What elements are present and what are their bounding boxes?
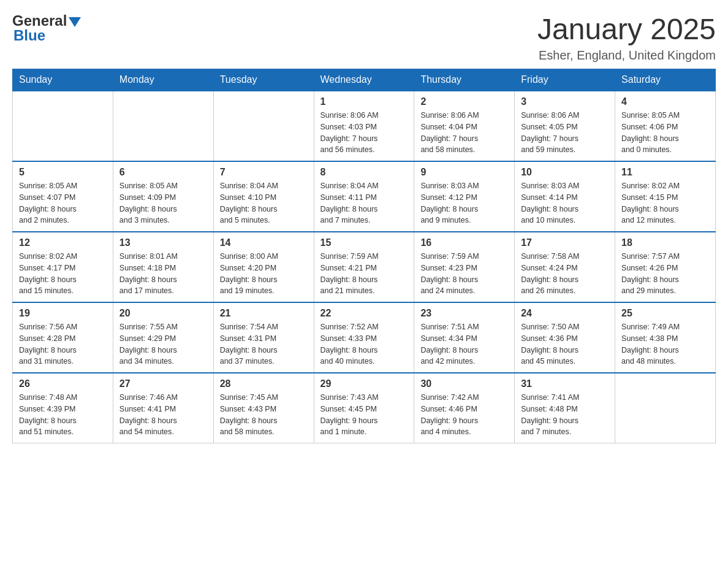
calendar-cell: 29Sunrise: 7:43 AM Sunset: 4:45 PM Dayli…	[314, 373, 414, 443]
month-title: January 2025	[537, 12, 716, 46]
calendar-cell: 24Sunrise: 7:50 AM Sunset: 4:36 PM Dayli…	[515, 302, 615, 373]
day-number: 28	[220, 378, 308, 389]
day-number: 27	[119, 378, 207, 389]
day-info: Sunrise: 7:54 AM Sunset: 4:31 PM Dayligh…	[220, 321, 308, 367]
day-number: 31	[521, 378, 609, 389]
day-info: Sunrise: 7:49 AM Sunset: 4:38 PM Dayligh…	[621, 321, 709, 367]
calendar-day-header: Sunday	[13, 69, 113, 91]
day-number: 1	[320, 96, 408, 107]
day-info: Sunrise: 7:42 AM Sunset: 4:46 PM Dayligh…	[420, 392, 508, 438]
day-info: Sunrise: 7:59 AM Sunset: 4:21 PM Dayligh…	[320, 251, 408, 297]
calendar-cell	[213, 91, 314, 161]
day-number: 20	[119, 308, 207, 319]
day-info: Sunrise: 8:02 AM Sunset: 4:17 PM Dayligh…	[19, 251, 107, 297]
day-info: Sunrise: 7:55 AM Sunset: 4:29 PM Dayligh…	[119, 321, 207, 367]
day-info: Sunrise: 7:58 AM Sunset: 4:24 PM Dayligh…	[521, 251, 609, 297]
day-info: Sunrise: 7:56 AM Sunset: 4:28 PM Dayligh…	[19, 321, 107, 367]
day-number: 3	[521, 96, 609, 107]
logo: General Blue	[12, 12, 81, 44]
day-number: 25	[621, 308, 709, 319]
day-number: 18	[621, 237, 709, 248]
day-number: 11	[621, 167, 709, 178]
calendar-day-header: Tuesday	[213, 69, 314, 91]
day-info: Sunrise: 8:04 AM Sunset: 4:11 PM Dayligh…	[320, 180, 408, 226]
day-info: Sunrise: 7:51 AM Sunset: 4:34 PM Dayligh…	[420, 321, 508, 367]
day-info: Sunrise: 8:01 AM Sunset: 4:18 PM Dayligh…	[119, 251, 207, 297]
calendar-cell: 12Sunrise: 8:02 AM Sunset: 4:17 PM Dayli…	[13, 232, 113, 302]
day-info: Sunrise: 7:43 AM Sunset: 4:45 PM Dayligh…	[320, 392, 408, 438]
day-number: 10	[521, 167, 609, 178]
day-number: 22	[320, 308, 408, 319]
page-header: General Blue January 2025 Esher, England…	[12, 12, 716, 63]
calendar-cell: 13Sunrise: 8:01 AM Sunset: 4:18 PM Dayli…	[113, 232, 213, 302]
day-info: Sunrise: 7:52 AM Sunset: 4:33 PM Dayligh…	[320, 321, 408, 367]
calendar-cell: 4Sunrise: 8:05 AM Sunset: 4:06 PM Daylig…	[615, 91, 716, 161]
day-number: 24	[521, 308, 609, 319]
day-number: 12	[19, 237, 107, 248]
day-info: Sunrise: 8:00 AM Sunset: 4:20 PM Dayligh…	[220, 251, 308, 297]
day-number: 13	[119, 237, 207, 248]
day-info: Sunrise: 8:03 AM Sunset: 4:14 PM Dayligh…	[521, 180, 609, 226]
calendar-cell	[13, 91, 113, 161]
calendar-cell: 27Sunrise: 7:46 AM Sunset: 4:41 PM Dayli…	[113, 373, 213, 443]
calendar-cell: 15Sunrise: 7:59 AM Sunset: 4:21 PM Dayli…	[314, 232, 414, 302]
calendar-day-header: Thursday	[414, 69, 515, 91]
day-number: 17	[521, 237, 609, 248]
calendar-cell	[113, 91, 213, 161]
day-number: 4	[621, 96, 709, 107]
calendar-day-header: Saturday	[615, 69, 716, 91]
day-info: Sunrise: 8:04 AM Sunset: 4:10 PM Dayligh…	[220, 180, 308, 226]
calendar-cell: 26Sunrise: 7:48 AM Sunset: 4:39 PM Dayli…	[13, 373, 113, 443]
day-number: 23	[420, 308, 508, 319]
day-number: 30	[420, 378, 508, 389]
calendar-header-row: SundayMondayTuesdayWednesdayThursdayFrid…	[13, 69, 716, 91]
calendar-cell: 21Sunrise: 7:54 AM Sunset: 4:31 PM Dayli…	[213, 302, 314, 373]
calendar-cell: 9Sunrise: 8:03 AM Sunset: 4:12 PM Daylig…	[414, 161, 515, 232]
day-info: Sunrise: 8:02 AM Sunset: 4:15 PM Dayligh…	[621, 180, 709, 226]
logo-arrow-icon	[69, 17, 81, 27]
title-section: January 2025 Esher, England, United King…	[537, 12, 716, 63]
day-info: Sunrise: 8:05 AM Sunset: 4:09 PM Dayligh…	[119, 180, 207, 226]
calendar-table: SundayMondayTuesdayWednesdayThursdayFrid…	[12, 69, 716, 443]
day-info: Sunrise: 8:06 AM Sunset: 4:04 PM Dayligh…	[420, 110, 508, 156]
calendar-cell: 23Sunrise: 7:51 AM Sunset: 4:34 PM Dayli…	[414, 302, 515, 373]
day-number: 19	[19, 308, 107, 319]
day-info: Sunrise: 7:45 AM Sunset: 4:43 PM Dayligh…	[220, 392, 308, 438]
day-info: Sunrise: 7:41 AM Sunset: 4:48 PM Dayligh…	[521, 392, 609, 438]
day-number: 15	[320, 237, 408, 248]
calendar-cell: 6Sunrise: 8:05 AM Sunset: 4:09 PM Daylig…	[113, 161, 213, 232]
calendar-cell: 20Sunrise: 7:55 AM Sunset: 4:29 PM Dayli…	[113, 302, 213, 373]
calendar-cell: 28Sunrise: 7:45 AM Sunset: 4:43 PM Dayli…	[213, 373, 314, 443]
calendar-day-header: Wednesday	[314, 69, 414, 91]
day-number: 29	[320, 378, 408, 389]
day-number: 7	[220, 167, 308, 178]
calendar-cell: 25Sunrise: 7:49 AM Sunset: 4:38 PM Dayli…	[615, 302, 716, 373]
day-number: 2	[420, 96, 508, 107]
day-info: Sunrise: 7:50 AM Sunset: 4:36 PM Dayligh…	[521, 321, 609, 367]
calendar-cell: 22Sunrise: 7:52 AM Sunset: 4:33 PM Dayli…	[314, 302, 414, 373]
day-info: Sunrise: 8:06 AM Sunset: 4:05 PM Dayligh…	[521, 110, 609, 156]
calendar-cell: 30Sunrise: 7:42 AM Sunset: 4:46 PM Dayli…	[414, 373, 515, 443]
calendar-cell: 3Sunrise: 8:06 AM Sunset: 4:05 PM Daylig…	[515, 91, 615, 161]
day-number: 26	[19, 378, 107, 389]
calendar-week-row: 26Sunrise: 7:48 AM Sunset: 4:39 PM Dayli…	[13, 373, 716, 443]
calendar-cell: 19Sunrise: 7:56 AM Sunset: 4:28 PM Dayli…	[13, 302, 113, 373]
calendar-cell: 14Sunrise: 8:00 AM Sunset: 4:20 PM Dayli…	[213, 232, 314, 302]
calendar-day-header: Friday	[515, 69, 615, 91]
calendar-week-row: 19Sunrise: 7:56 AM Sunset: 4:28 PM Dayli…	[13, 302, 716, 373]
calendar-cell: 5Sunrise: 8:05 AM Sunset: 4:07 PM Daylig…	[13, 161, 113, 232]
day-info: Sunrise: 7:46 AM Sunset: 4:41 PM Dayligh…	[119, 392, 207, 438]
location: Esher, England, United Kingdom	[537, 48, 716, 63]
day-number: 9	[420, 167, 508, 178]
calendar-cell: 8Sunrise: 8:04 AM Sunset: 4:11 PM Daylig…	[314, 161, 414, 232]
calendar-cell: 17Sunrise: 7:58 AM Sunset: 4:24 PM Dayli…	[515, 232, 615, 302]
day-info: Sunrise: 8:05 AM Sunset: 4:07 PM Dayligh…	[19, 180, 107, 226]
day-number: 14	[220, 237, 308, 248]
calendar-cell	[615, 373, 716, 443]
day-info: Sunrise: 8:03 AM Sunset: 4:12 PM Dayligh…	[420, 180, 508, 226]
day-info: Sunrise: 7:48 AM Sunset: 4:39 PM Dayligh…	[19, 392, 107, 438]
day-info: Sunrise: 7:59 AM Sunset: 4:23 PM Dayligh…	[420, 251, 508, 297]
day-info: Sunrise: 8:06 AM Sunset: 4:03 PM Dayligh…	[320, 110, 408, 156]
calendar-cell: 18Sunrise: 7:57 AM Sunset: 4:26 PM Dayli…	[615, 232, 716, 302]
calendar-day-header: Monday	[113, 69, 213, 91]
